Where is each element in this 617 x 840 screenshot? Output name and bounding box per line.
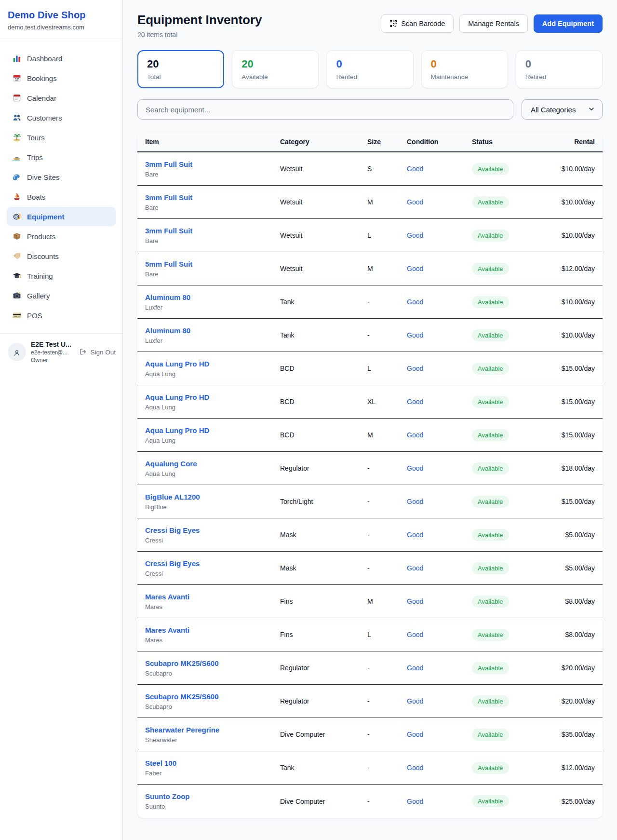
item-rental: $10.00/day xyxy=(554,331,595,339)
item-condition-link[interactable]: Good xyxy=(407,697,423,705)
item-name-link[interactable]: Aqua Lung Pro HD xyxy=(145,393,209,401)
item-name-link[interactable]: Mares Avanti xyxy=(145,593,189,601)
item-condition-link[interactable]: Good xyxy=(407,198,423,206)
item-condition-link[interactable]: Good xyxy=(407,298,423,306)
item-condition-link[interactable]: Good xyxy=(407,498,423,505)
status-badge: Available xyxy=(472,496,509,508)
sidebar-item-trips[interactable]: Trips xyxy=(7,148,116,167)
item-condition-link[interactable]: Good xyxy=(407,331,423,339)
stat-card-rented[interactable]: 0 Rented xyxy=(326,50,413,88)
item-condition-link[interactable]: Good xyxy=(407,631,423,638)
item-condition-link[interactable]: Good xyxy=(407,564,423,572)
category-select[interactable]: All Categories xyxy=(522,99,603,120)
item-rental: $12.00/day xyxy=(554,265,595,272)
item-name-link[interactable]: Scubapro MK25/S600 xyxy=(145,659,219,667)
qr-scan-icon xyxy=(389,20,397,27)
item-condition-link[interactable]: Good xyxy=(407,398,423,406)
item-condition-link[interactable]: Good xyxy=(407,165,423,173)
item-condition-link[interactable]: Good xyxy=(407,365,423,372)
item-condition-link[interactable]: Good xyxy=(407,664,423,672)
brand-title[interactable]: Demo Dive Shop xyxy=(8,10,115,21)
sidebar-item-calendar[interactable]: Calendar xyxy=(7,88,116,108)
people-icon xyxy=(13,113,21,122)
sidebar-item-equipment[interactable]: Equipment xyxy=(7,207,116,226)
sidebar-item-discounts[interactable]: Discounts xyxy=(7,246,116,266)
stat-value: 0 xyxy=(336,58,403,70)
status-badge: Available xyxy=(472,562,509,574)
sidebar-item-gallery[interactable]: Gallery xyxy=(7,286,116,305)
item-condition-link[interactable]: Good xyxy=(407,531,423,539)
item-rental: $10.00/day xyxy=(554,198,595,206)
item-size: XL xyxy=(367,398,407,406)
item-brand: Luxfer xyxy=(145,304,280,311)
item-name-link[interactable]: 3mm Full Suit xyxy=(145,193,192,202)
item-condition-link[interactable]: Good xyxy=(407,798,423,805)
item-brand: Cressi xyxy=(145,570,280,577)
sign-out-button[interactable]: Sign Out xyxy=(80,348,116,356)
stat-card-available[interactable]: 20 Available xyxy=(232,50,319,88)
sidebar-item-pos[interactable]: POS xyxy=(7,306,116,325)
sidebar-item-dashboard[interactable]: Dashboard xyxy=(7,49,116,68)
item-rental: $20.00/day xyxy=(554,664,595,672)
search-input[interactable] xyxy=(137,99,513,120)
item-name-link[interactable]: Aluminum 80 xyxy=(145,293,190,301)
stat-card-total[interactable]: 20 Total xyxy=(137,50,224,88)
item-name-link[interactable]: Cressi Big Eyes xyxy=(145,559,200,568)
item-size: M xyxy=(367,431,407,439)
sidebar-item-label: Calendar xyxy=(27,94,56,102)
stat-card-retired[interactable]: 0 Retired xyxy=(516,50,603,88)
item-size: - xyxy=(367,531,407,539)
item-category: BCD xyxy=(280,431,367,439)
item-condition-link[interactable]: Good xyxy=(407,597,423,605)
item-size: - xyxy=(367,298,407,306)
add-equipment-button[interactable]: Add Equipment xyxy=(534,14,603,33)
item-size: L xyxy=(367,631,407,638)
status-badge: Available xyxy=(472,629,509,641)
item-name-link[interactable]: Shearwater Peregrine xyxy=(145,726,219,734)
sidebar-item-tours[interactable]: Tours xyxy=(7,128,116,147)
item-rental: $12.00/day xyxy=(554,764,595,772)
item-condition-link[interactable]: Good xyxy=(407,731,423,738)
item-rental: $10.00/day xyxy=(554,165,595,173)
item-condition-link[interactable]: Good xyxy=(407,464,423,472)
item-name-link[interactable]: Scubapro MK25/S600 xyxy=(145,692,219,701)
item-name-link[interactable]: 3mm Full Suit xyxy=(145,160,192,168)
item-brand: BigBlue xyxy=(145,503,280,511)
item-name-link[interactable]: Suunto Zoop xyxy=(145,792,189,800)
item-size: - xyxy=(367,564,407,572)
manage-rentals-button[interactable]: Manage Rentals xyxy=(459,14,528,33)
item-condition-link[interactable]: Good xyxy=(407,431,423,439)
sidebar-item-label: Training xyxy=(27,272,53,280)
package-icon xyxy=(13,232,21,241)
sidebar-item-customers[interactable]: Customers xyxy=(7,108,116,127)
sidebar: Demo Dive Shop demo.test.divestreams.com… xyxy=(0,0,123,840)
sidebar-item-products[interactable]: Products xyxy=(7,227,116,246)
sidebar-item-boats[interactable]: Boats xyxy=(7,187,116,206)
stat-value: 20 xyxy=(147,58,215,70)
item-name-link[interactable]: Mares Avanti xyxy=(145,626,189,634)
item-name-link[interactable]: Aluminum 80 xyxy=(145,326,190,335)
item-name-link[interactable]: Aqua Lung Pro HD xyxy=(145,426,209,434)
speedboat-icon xyxy=(13,153,21,162)
item-condition-link[interactable]: Good xyxy=(407,231,423,239)
item-category: Tank xyxy=(280,764,367,772)
item-name-link[interactable]: BigBlue AL1200 xyxy=(145,493,200,501)
status-badge: Available xyxy=(472,662,509,674)
item-name-link[interactable]: 5mm Full Suit xyxy=(145,260,192,268)
item-rental: $18.00/day xyxy=(554,464,595,472)
table-row: Cressi Big Eyes Cressi Mask - Good Avail… xyxy=(137,518,603,552)
item-condition-link[interactable]: Good xyxy=(407,265,423,272)
item-name-link[interactable]: Aqua Lung Pro HD xyxy=(145,360,209,368)
sidebar-item-training[interactable]: Training xyxy=(7,266,116,285)
sidebar-item-dive-sites[interactable]: Dive Sites xyxy=(7,167,116,187)
item-name-link[interactable]: Aqualung Core xyxy=(145,460,197,468)
sidebar-item-bookings[interactable]: 17 Bookings xyxy=(7,68,116,88)
item-name-link[interactable]: 3mm Full Suit xyxy=(145,227,192,235)
item-condition-link[interactable]: Good xyxy=(407,764,423,772)
credit-card-icon xyxy=(13,311,21,320)
item-name-link[interactable]: Cressi Big Eyes xyxy=(145,526,200,534)
scan-barcode-button[interactable]: Scan Barcode xyxy=(381,14,454,33)
column-header-status: Status xyxy=(472,138,554,146)
stat-card-maintenance[interactable]: 0 Maintenance xyxy=(421,50,508,88)
item-name-link[interactable]: Steel 100 xyxy=(145,759,176,767)
